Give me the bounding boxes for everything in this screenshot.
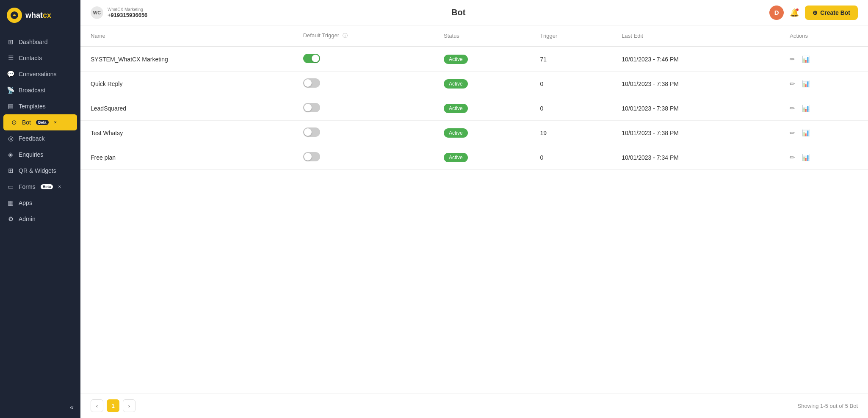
account-phone: +919315936656	[108, 12, 147, 18]
analytics-icon[interactable]: 📊	[802, 105, 810, 112]
cell-default-trigger	[293, 145, 434, 170]
cell-default-trigger	[293, 72, 434, 96]
cell-default-trigger	[293, 96, 434, 121]
bots-table: Name Default Trigger ⓘ Status Trigger La…	[80, 25, 868, 170]
cell-status: Active	[434, 47, 530, 72]
bot-name-text: Quick Reply	[91, 80, 122, 87]
templates-icon: ▤	[7, 102, 14, 110]
sidebar-item-qr-widgets[interactable]: ⊞ QR & Widgets	[0, 163, 80, 179]
pagination-controls: ‹ 1 ›	[91, 399, 135, 412]
cell-name: LeadSquared	[80, 96, 293, 121]
forms-icon: ▭	[7, 183, 14, 191]
next-page-button[interactable]: ›	[123, 399, 135, 412]
avatar-button[interactable]: D	[769, 6, 784, 20]
sidebar-item-admin[interactable]: ⚙ Admin	[0, 211, 80, 227]
default-trigger-toggle[interactable]	[303, 54, 320, 63]
default-trigger-toggle[interactable]	[303, 152, 320, 161]
cell-status: Active	[434, 145, 530, 170]
create-bot-button[interactable]: ⊕ Create Bot	[805, 6, 858, 20]
default-trigger-toggle[interactable]	[303, 103, 320, 112]
forms-beta-close[interactable]: ✕	[58, 185, 61, 189]
admin-icon: ⚙	[7, 215, 14, 223]
default-trigger-toggle[interactable]	[303, 78, 320, 88]
main-content: WC WhatCX Marketing +919315936656 Bot D …	[80, 0, 868, 418]
prev-page-button[interactable]: ‹	[91, 399, 103, 412]
account-logo: WC	[91, 6, 103, 19]
sidebar-item-label: Contacts	[19, 55, 42, 61]
cell-actions: ✏ 📊	[780, 121, 868, 145]
sidebar-item-contacts[interactable]: ☰ Contacts	[0, 50, 80, 66]
sidebar-item-label: Dashboard	[19, 39, 48, 45]
nav-items: ⊞ Dashboard ☰ Contacts 💬 Conversations 📡…	[0, 30, 80, 397]
cell-status: Active	[434, 96, 530, 121]
sidebar-item-label: Broadcast	[19, 87, 45, 94]
edit-icon[interactable]: ✏	[790, 55, 795, 63]
edit-icon[interactable]: ✏	[790, 105, 795, 112]
bot-name-text: Test Whatsy	[91, 130, 123, 136]
sidebar-item-broadcast[interactable]: 📡 Broadcast	[0, 82, 80, 98]
cell-trigger: 0	[530, 72, 612, 96]
edit-icon[interactable]: ✏	[790, 129, 795, 137]
notification-dot	[796, 8, 799, 11]
account-name: WhatCX Marketing	[108, 7, 147, 12]
table-row: LeadSquared Active 0 10/01/2023 - 7:38 P…	[80, 96, 868, 121]
analytics-icon[interactable]: 📊	[802, 55, 810, 63]
col-name: Name	[80, 25, 293, 47]
cell-trigger: 19	[530, 121, 612, 145]
sidebar-item-label: Admin	[19, 216, 36, 222]
status-badge: Active	[444, 79, 468, 89]
status-badge: Active	[444, 128, 468, 138]
default-trigger-toggle[interactable]	[303, 127, 320, 137]
cell-name: SYSTEM_WhatCX Marketing	[80, 47, 293, 72]
topbar-left: WC WhatCX Marketing +919315936656	[91, 6, 147, 19]
edit-icon[interactable]: ✏	[790, 80, 795, 88]
page-1-button[interactable]: 1	[107, 399, 119, 412]
cell-actions: ✏ 📊	[780, 96, 868, 121]
create-bot-label: Create Bot	[820, 9, 850, 16]
sidebar-collapse-area: «	[0, 397, 80, 418]
dashboard-icon: ⊞	[7, 38, 14, 46]
cell-name: Test Whatsy	[80, 121, 293, 145]
cell-name: Free plan	[80, 145, 293, 170]
cell-actions: ✏ 📊	[780, 72, 868, 96]
cell-last-edit: 10/01/2023 - 7:38 PM	[611, 96, 780, 121]
pagination-info: Showing 1-5 out of 5 Bot	[798, 403, 858, 409]
status-badge: Active	[444, 153, 468, 162]
sidebar-item-conversations[interactable]: 💬 Conversations	[0, 66, 80, 82]
cell-last-edit: 10/01/2023 - 7:38 PM	[611, 72, 780, 96]
sidebar-item-apps[interactable]: ▦ Apps	[0, 195, 80, 211]
edit-icon[interactable]: ✏	[790, 154, 795, 161]
sidebar-item-label: Conversations	[19, 71, 57, 78]
logo-area: whatcx	[0, 0, 80, 30]
forms-beta-badge: Beta	[41, 184, 53, 189]
sidebar-item-forms[interactable]: ▭ Forms Beta ✕	[0, 179, 80, 195]
enquiries-icon: ◈	[7, 151, 14, 158]
sidebar-item-bot[interactable]: ⊙ Bot Beta ✕	[3, 114, 77, 130]
logo-text: whatcx	[25, 11, 51, 20]
col-default-trigger: Default Trigger ⓘ	[293, 25, 434, 47]
sidebar-item-label: Feedback	[19, 135, 44, 142]
conversations-icon: 💬	[7, 70, 14, 78]
collapse-button[interactable]: «	[70, 404, 74, 411]
sidebar-item-enquiries[interactable]: ◈ Enquiries	[0, 147, 80, 163]
analytics-icon[interactable]: 📊	[802, 154, 810, 161]
cell-actions: ✏ 📊	[780, 145, 868, 170]
cell-status: Active	[434, 121, 530, 145]
cell-actions: ✏ 📊	[780, 47, 868, 72]
cell-name: Quick Reply	[80, 72, 293, 96]
sidebar-item-dashboard[interactable]: ⊞ Dashboard	[0, 34, 80, 50]
bot-name-text: SYSTEM_WhatCX Marketing	[91, 56, 168, 63]
notifications-button[interactable]: 🔔	[790, 8, 799, 17]
sidebar-item-label: Apps	[19, 199, 32, 206]
col-actions: Actions	[780, 25, 868, 47]
sidebar-item-templates[interactable]: ▤ Templates	[0, 98, 80, 114]
cell-trigger: 0	[530, 96, 612, 121]
bot-beta-close[interactable]: ✕	[54, 120, 57, 125]
cell-status: Active	[434, 72, 530, 96]
cell-last-edit: 10/01/2023 - 7:34 PM	[611, 145, 780, 170]
bot-name-text: Free plan	[91, 154, 116, 161]
analytics-icon[interactable]: 📊	[802, 80, 810, 88]
sidebar-item-feedback[interactable]: ◎ Feedback	[0, 130, 80, 147]
create-bot-plus-icon: ⊕	[813, 9, 818, 16]
analytics-icon[interactable]: 📊	[802, 129, 810, 137]
